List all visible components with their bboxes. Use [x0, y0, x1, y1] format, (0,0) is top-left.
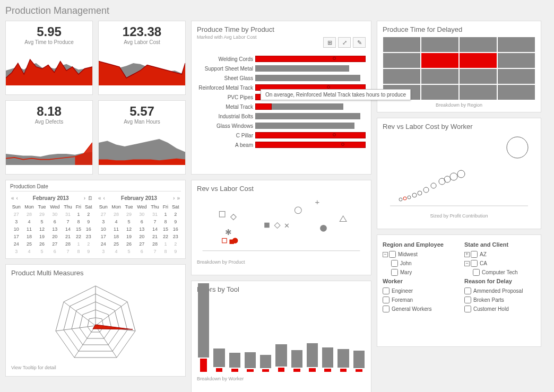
checkbox-ca[interactable] [471, 260, 478, 267]
filter-ct[interactable]: Computer Tech [473, 269, 535, 276]
prev-month-icon[interactable]: ‹ [15, 195, 19, 201]
calendar-left: « ‹ February 2013 › 🗓 SunMonTueWedThuFri… [10, 193, 94, 255]
checkbox-mary[interactable] [391, 269, 398, 276]
svg-line-16 [96, 326, 117, 358]
filter-hold[interactable]: Customer Hold [464, 306, 535, 312]
calendar-month-label: February 2013 [106, 195, 172, 201]
checkbox-midwest[interactable] [389, 251, 396, 258]
spark-defects [6, 128, 92, 165]
svg-marker-34 [340, 216, 347, 222]
rev-worker-card[interactable]: Rev vs Labor Cost by Worker Sized by Pro… [377, 118, 541, 229]
produce-delayed-title: Produce Time for Delayed [383, 25, 535, 33]
production-date-card: Production Date « ‹ February 2013 › 🗓 Su… [5, 180, 186, 259]
calendar-right: « ‹ February 2013 › » SunMonTueWedThuFri… [97, 193, 181, 255]
rev-labor-caption: Breakdown by Product [197, 259, 366, 265]
filter-general[interactable]: General Workers [383, 306, 454, 312]
calendar-grid[interactable]: SunMonTueWedThuFriSat2728293031123456789… [10, 203, 94, 255]
filter-ca[interactable]: −CA [464, 260, 535, 267]
checkbox-az[interactable] [471, 251, 478, 258]
svg-rect-27 [222, 238, 227, 242]
checkbox-foreman[interactable] [383, 297, 389, 303]
filter-region-title: Region and Employee [383, 241, 454, 248]
svg-point-47 [507, 137, 528, 158]
multi-measures-card[interactable]: Product Multi Measures [5, 264, 186, 377]
checkbox-engineer[interactable] [383, 288, 389, 294]
chart-tooltip: On average, Reinforced Metal Track takes… [261, 89, 411, 100]
multi-measures-caption: View Tooltip for detail [11, 365, 180, 370]
expand-icon[interactable]: + [464, 252, 470, 257]
production-date-title: Production Date [10, 184, 181, 191]
filter-region-root[interactable]: − Midwest [383, 251, 454, 258]
svg-point-45 [450, 173, 457, 180]
filter-ammended[interactable]: Ammended Proposal [464, 288, 535, 294]
checkbox-general[interactable] [383, 306, 389, 312]
errors-tool-card[interactable]: Errors by Tool Breakdown by Worker [191, 281, 371, 392]
prev-year-icon[interactable]: « [10, 195, 15, 201]
filter-mary[interactable]: Mary [391, 269, 454, 276]
rev-labor-card[interactable]: Rev vs Labor Cost ✱ ✕ + [191, 180, 371, 275]
svg-rect-22 [219, 212, 225, 217]
next-year-icon[interactable]: » [176, 195, 181, 201]
checkbox-hold[interactable] [464, 306, 471, 312]
checkbox-broken[interactable] [464, 297, 471, 303]
errors-tool-title: Errors by Tool [197, 285, 366, 293]
svg-point-31 [295, 207, 301, 214]
svg-line-14 [96, 302, 127, 326]
svg-line-19 [64, 302, 96, 326]
kpi-labor-cost[interactable]: 123.38 Avg Labor Cost [98, 21, 186, 95]
svg-point-37 [403, 197, 406, 200]
kpi-time-to-produce[interactable]: 5.95 Avg Time to Produce [5, 21, 93, 95]
data-table-button[interactable]: ⊞ [323, 37, 336, 48]
edit-button[interactable]: ✎ [353, 37, 366, 48]
svg-text:✕: ✕ [284, 222, 290, 230]
svg-point-41 [423, 187, 429, 193]
svg-point-40 [418, 191, 422, 195]
page-title: Production Management [5, 5, 549, 16]
collapse-icon[interactable]: − [383, 252, 388, 257]
produce-time-product-card[interactable]: Produce Time by Product Marked with Avg … [191, 21, 371, 175]
filter-broken[interactable]: Broken Parts [464, 297, 535, 303]
svg-point-33 [320, 225, 327, 232]
kpi-defects[interactable]: 8.18 Avg Defects [5, 100, 93, 175]
kpi-label: Avg Labor Cost [99, 39, 185, 45]
radar-chart [11, 278, 180, 363]
collapse-icon[interactable]: − [464, 261, 470, 266]
filter-worker-title: Worker [383, 278, 454, 284]
scatter-rev-worker [383, 132, 535, 211]
filter-az[interactable]: +AZ [464, 251, 535, 258]
checkbox-ct[interactable] [473, 269, 480, 276]
svg-point-44 [444, 176, 451, 182]
expand-button[interactable]: ⤢ [338, 37, 351, 48]
kpi-value: 123.38 [99, 24, 185, 39]
next-month-icon[interactable]: › [83, 195, 86, 201]
kpi-value: 5.57 [99, 104, 185, 119]
filter-engineer[interactable]: Engineer [383, 288, 454, 294]
svg-text:+: + [315, 198, 320, 206]
checkbox-ammended[interactable] [464, 288, 471, 294]
prev-year-icon[interactable]: « [97, 195, 102, 201]
svg-rect-26 [229, 240, 233, 244]
rev-labor-title: Rev vs Labor Cost [197, 185, 366, 193]
multi-measures-title: Product Multi Measures [11, 269, 180, 277]
filter-john[interactable]: John [391, 260, 454, 267]
filter-foreman[interactable]: Foreman [383, 297, 454, 303]
barh-container: Welding CordsSupport Sheet MetalSheet Gl… [197, 55, 366, 149]
svg-point-46 [457, 170, 465, 178]
svg-point-42 [431, 183, 436, 188]
next-month-icon[interactable]: › [172, 195, 176, 201]
checkbox-john[interactable] [391, 260, 398, 267]
kpi-man-hours[interactable]: 5.57 Avg Man Hours [98, 100, 186, 175]
prev-month-icon[interactable]: ‹ [102, 195, 106, 201]
calendar-icon[interactable]: 🗓 [86, 195, 94, 201]
svg-rect-28 [264, 223, 270, 228]
calendar-grid[interactable]: SunMonTueWedThuFriSat2728293031123456789… [97, 203, 181, 255]
svg-line-17 [74, 326, 96, 358]
kpi-label: Avg Time to Produce [6, 39, 92, 45]
kpi-label: Avg Man Hours [99, 119, 185, 125]
svg-marker-29 [274, 223, 280, 229]
rev-worker-title: Rev vs Labor Cost by Worker [383, 123, 535, 130]
spark-labor [99, 48, 185, 85]
svg-point-36 [399, 198, 402, 201]
errors-tool-caption: Breakdown by Worker [197, 376, 366, 381]
spark-time [6, 48, 92, 85]
